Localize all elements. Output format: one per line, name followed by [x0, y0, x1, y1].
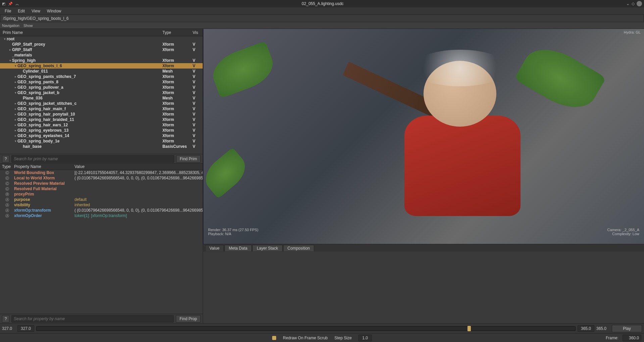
tree-row[interactable]: GRP_Staff_proxyXformV	[0, 42, 203, 47]
expand-icon[interactable]: ▾	[13, 64, 17, 68]
expand-icon[interactable]: ▸	[13, 80, 17, 84]
minimize-icon[interactable]: ⌄	[626, 1, 630, 6]
tree-item-vis: V	[193, 80, 203, 84]
menu-file[interactable]: File	[1, 8, 14, 14]
prim-path-text: /Spring_high/GEO_spring_boots_l_6	[3, 16, 68, 21]
tree-col-type[interactable]: Type	[162, 30, 193, 35]
tree-row[interactable]: ▾GEO_spring_boots_l_6XformV	[0, 63, 203, 69]
prop-search-input[interactable]	[11, 315, 174, 323]
tree-row[interactable]: ▸GEO_spring_eyebrows_13XformV	[0, 128, 203, 133]
expand-icon[interactable]: ▾	[13, 139, 17, 143]
expand-icon[interactable]: ▸	[13, 123, 17, 127]
maximize-icon[interactable]: ◇	[632, 1, 635, 6]
property-row[interactable]: ⒸWorld Bounding Box[(-22.149101755044057…	[0, 170, 203, 175]
prop-name: Resolved Preview Material	[14, 181, 73, 186]
tree-row[interactable]: hair_baseBasisCurvesV	[0, 144, 203, 149]
viewport-canvas[interactable]	[203, 29, 644, 244]
property-row[interactable]: ⓇproxyPrim	[0, 191, 203, 197]
tree-row[interactable]: ▸GEO_spring_hair_main_fXformV	[0, 106, 203, 112]
prop-value: ( (0.0106796426698566548, 0, 0, 0), (0, …	[73, 176, 203, 180]
expand-icon[interactable]: ▸	[13, 113, 17, 116]
expand-icon[interactable]: ▸	[13, 75, 17, 78]
nav-navigation[interactable]: Navigation	[2, 24, 19, 28]
timeline-end-input[interactable]	[578, 325, 594, 332]
timeline-slider[interactable]	[36, 326, 576, 331]
tree-row[interactable]: Plane_036MeshV	[0, 95, 203, 101]
prop-value: default	[73, 197, 203, 202]
tree-row[interactable]: ▾GEO_spring_jacket_bXformV	[0, 90, 203, 95]
tree-row[interactable]: ▸GRP_StaffXformV	[0, 47, 203, 52]
menu-window[interactable]: Window	[44, 8, 65, 14]
expand-icon[interactable]: ▸	[13, 86, 17, 89]
tab-layerstack[interactable]: Layer Stack	[252, 245, 282, 251]
expand-icon[interactable]: ▸	[13, 134, 17, 137]
expand-icon[interactable]: ▸	[13, 102, 17, 105]
viewport[interactable]: Hydra: GL Render: 36.37 ms (27.50 FPS) P…	[203, 29, 644, 244]
scene-character-hair	[411, 50, 508, 86]
timeline-handle[interactable]	[467, 326, 471, 331]
tree-col-name[interactable]: Prim Name	[0, 30, 162, 35]
props-col-value[interactable]: Value	[73, 164, 203, 169]
expand-icon[interactable]: ▾	[13, 91, 17, 94]
tree-row[interactable]: ▾GEO_spring_body_1eXformV	[0, 138, 203, 144]
tree-row[interactable]: ▾Spring_highXformV	[0, 58, 203, 63]
tree-body[interactable]: ▾rootGRP_Staff_proxyXformV▸GRP_StaffXfor…	[0, 36, 203, 154]
pin-icon[interactable]: 📌	[8, 2, 13, 6]
tree-row[interactable]: ▸GEO_spring_eyelashes_14XformV	[0, 133, 203, 138]
window-title: 02_055_A.lighting.usdc	[19, 1, 626, 6]
find-prim-button[interactable]: Find Prim	[176, 155, 201, 163]
expand-icon[interactable]: ▸	[13, 107, 17, 111]
tab-value[interactable]: Value	[205, 245, 224, 251]
tree-item-name: GEO_spring_hair_ponytail_10	[17, 112, 162, 117]
menu-edit[interactable]: Edit	[14, 8, 28, 14]
property-row[interactable]: Ⓐvisibilityinherited	[0, 202, 203, 208]
prim-search-input[interactable]	[11, 155, 174, 163]
tree-row[interactable]: ▸GEO_spring_pants_stitches_7XformV	[0, 74, 203, 79]
tree-row[interactable]: ▸GEO_spring_hair_ponytail_10XformV	[0, 112, 203, 117]
viewport-render-stats: Render: 36.37 ms (27.50 FPS) Playback: N…	[208, 228, 258, 236]
tree-row[interactable]: ▸GEO_spring_pants_8XformV	[0, 79, 203, 85]
nav-show[interactable]: Show	[23, 24, 33, 28]
property-row[interactable]: ⒶxformOp:transform( (0.01067964266985665…	[0, 208, 203, 213]
props-col-name[interactable]: Property Name	[14, 164, 73, 169]
tab-metadata[interactable]: Meta Data	[225, 245, 252, 251]
tree-row[interactable]: ▸GEO_spring_pullover_aXformV	[0, 85, 203, 90]
tree-row[interactable]: ▸GEO_spring_hair_braided_11XformV	[0, 117, 203, 122]
stepsize-input[interactable]	[358, 335, 372, 341]
property-row[interactable]: ⒸLocal to World Xform( (0.01067964266985…	[0, 175, 203, 181]
tree-col-vis[interactable]: Vis	[193, 30, 203, 35]
props-body[interactable]: ⒸWorld Bounding Box[(-22.149101755044057…	[0, 170, 203, 314]
expand-icon[interactable]: ▸	[8, 48, 12, 51]
frame-input[interactable]	[623, 335, 641, 341]
expand-icon[interactable]: ▸	[13, 129, 17, 132]
prim-search-help[interactable]: ?	[2, 155, 9, 163]
find-prop-button[interactable]: Find Prop	[176, 315, 201, 323]
window-titlebar: ◩ 📌 ︽ 02_055_A.lighting.usdc ⌄ ◇	[0, 0, 644, 7]
tree-item-type: Xform	[162, 128, 193, 133]
tree-row[interactable]: _materials	[0, 52, 203, 58]
tree-item-type: Xform	[162, 74, 193, 79]
expand-icon[interactable]: ▸	[13, 118, 17, 121]
prim-path-bar[interactable]: /Spring_high/GEO_spring_boots_l_6	[0, 15, 644, 22]
tree-row[interactable]: ▾root	[0, 36, 203, 42]
tab-composition[interactable]: Composition	[283, 245, 314, 251]
timeline-start-input[interactable]	[17, 325, 34, 332]
property-row[interactable]: ⒸResolved Preview Material	[0, 181, 203, 186]
property-row[interactable]: Ⓐpurposedefault	[0, 197, 203, 202]
tree-row[interactable]: ▸GEO_spring_jacket_stitches_cXformV	[0, 101, 203, 106]
play-button[interactable]: Play	[612, 325, 642, 332]
prop-search-help[interactable]: ?	[2, 315, 9, 323]
close-icon[interactable]	[637, 1, 642, 6]
property-row[interactable]: ⒸResolved Full Material	[0, 186, 203, 191]
tree-row[interactable]: Cylinder_011MeshV	[0, 69, 203, 74]
tree-row[interactable]: ▸GEO_spring_hair_ears_12XformV	[0, 122, 203, 128]
prop-name: Local to World Xform	[14, 176, 73, 180]
chevron-up-icon[interactable]: ︽	[15, 1, 19, 6]
property-row[interactable]: ⒶxformOpOrdertoken[1]: [xformOp:transfor…	[0, 213, 203, 218]
expand-icon[interactable]: ▾	[3, 37, 7, 41]
menu-view[interactable]: View	[28, 8, 44, 14]
redraw-checkbox[interactable]	[272, 336, 276, 340]
tree-item-vis: V	[193, 117, 203, 122]
props-col-type[interactable]: Type	[0, 164, 14, 169]
expand-icon[interactable]: ▾	[8, 59, 12, 62]
